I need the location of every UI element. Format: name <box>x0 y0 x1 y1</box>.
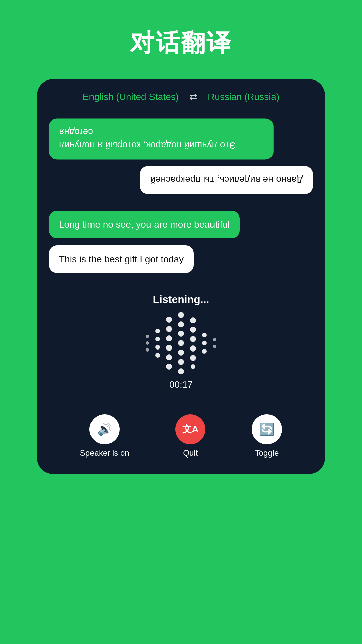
bottom-controls: 🔊 Speaker is on 文A Quit 🔄 Toggle <box>37 409 325 474</box>
listening-section: Listening... <box>37 280 325 409</box>
dot <box>178 359 184 365</box>
dot <box>213 338 216 341</box>
waveform-col-3 <box>166 317 172 370</box>
toggle-label: Toggle <box>255 448 279 458</box>
dot <box>166 364 172 370</box>
dot <box>190 345 196 352</box>
page-title: 对话翻译 <box>130 27 232 59</box>
dot <box>166 326 172 332</box>
dot <box>166 345 172 351</box>
speaker-control[interactable]: 🔊 Speaker is on <box>80 414 129 458</box>
waveform-col-7 <box>213 338 216 348</box>
dot <box>155 353 160 358</box>
messages-upper-section: Это лучший подарок, который я получил се… <box>37 112 325 201</box>
waveform-col-1 <box>146 335 149 352</box>
toggle-control[interactable]: 🔄 Toggle <box>252 414 282 458</box>
swap-languages-icon[interactable]: ⇄ <box>189 91 197 102</box>
main-card: English (United States) ⇄ Russian (Russi… <box>37 79 325 474</box>
dot <box>155 337 160 341</box>
timer-display: 00:17 <box>169 379 193 390</box>
dot <box>166 335 172 341</box>
dot <box>166 354 172 360</box>
dot <box>202 349 207 354</box>
dot <box>155 345 160 350</box>
dot <box>190 355 196 361</box>
dot <box>178 321 184 327</box>
waveform-visualizer <box>146 316 216 370</box>
message-bubble-russian-sent: Это лучший подарок, который я получил се… <box>49 118 274 159</box>
dot <box>178 350 184 356</box>
dot <box>190 327 196 333</box>
dot <box>202 341 207 345</box>
target-language[interactable]: Russian (Russia) <box>208 92 279 102</box>
speaker-label: Speaker is on <box>80 448 129 458</box>
dot <box>178 331 184 337</box>
dot <box>213 345 216 348</box>
toggle-icon: 🔄 <box>259 422 275 436</box>
waveform-col-4 <box>178 312 184 374</box>
message-bubble-english-sent: Long time no see, you are more beautiful <box>49 211 240 238</box>
listening-label: Listening... <box>153 293 209 306</box>
dot <box>190 317 196 323</box>
translate-icon: 文A <box>182 423 198 436</box>
waveform-col-6 <box>202 333 207 354</box>
waveform-col-2 <box>155 329 160 358</box>
dot <box>155 329 160 333</box>
waveform-col-5 <box>190 317 196 369</box>
dot <box>191 364 195 369</box>
speaker-icon: 🔊 <box>97 422 112 436</box>
speaker-button[interactable]: 🔊 <box>89 414 120 444</box>
dot <box>146 348 149 352</box>
dot <box>166 317 172 323</box>
dot <box>178 312 184 318</box>
dot <box>178 340 184 346</box>
dot <box>202 333 207 337</box>
dot <box>146 335 149 338</box>
source-language[interactable]: English (United States) <box>83 92 179 102</box>
dot <box>190 336 196 342</box>
quit-button[interactable]: 文A <box>175 414 205 444</box>
message-bubble-russian-received: Давно не виделись, ты прекрасней <box>140 166 313 194</box>
messages-lower-section: Long time no see, you are more beautiful… <box>37 201 325 280</box>
dot <box>146 341 149 345</box>
toggle-button[interactable]: 🔄 <box>252 414 282 444</box>
dot <box>178 368 184 374</box>
message-bubble-english-received: This is the best gift I got today <box>49 245 194 273</box>
language-bar: English (United States) ⇄ Russian (Russi… <box>37 79 325 112</box>
quit-label: Quit <box>183 448 198 458</box>
quit-control[interactable]: 文A Quit <box>175 414 205 458</box>
